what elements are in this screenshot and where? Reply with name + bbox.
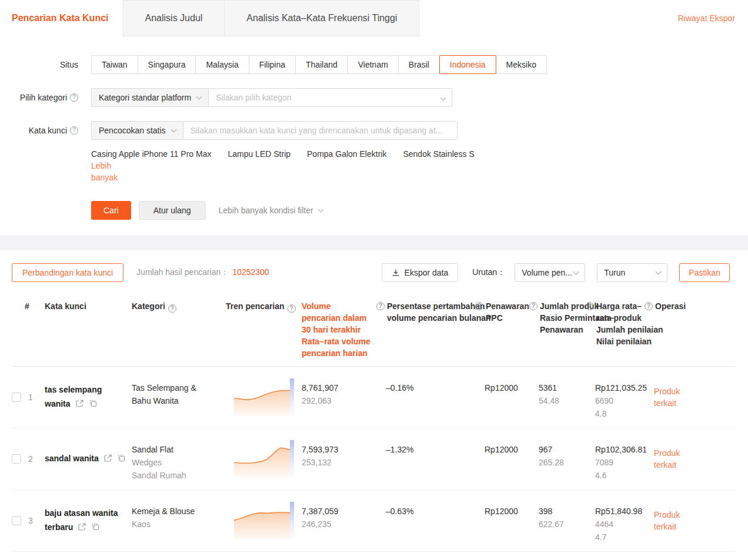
external-link-icon[interactable] [75, 398, 84, 412]
header-operations: Operasi [645, 300, 735, 312]
section-divider [0, 235, 748, 250]
site-button-brasil[interactable]: Brasil [398, 55, 440, 74]
category-cell: Kemeja & BlouseKaos [132, 490, 220, 551]
row-checkbox[interactable] [12, 516, 21, 525]
table-row: 1 tas selempang wanita Tas Selempang & B… [12, 367, 735, 428]
products-cell: 398 622.67 [529, 490, 586, 551]
results-count-info: Jumlah hasil pencarian：10252300 [136, 267, 269, 278]
rating-value: 4.7 [595, 531, 640, 544]
price-cell: Rp102,306.81 7089 4.6 [586, 428, 645, 489]
compare-copy-icon[interactable] [89, 398, 98, 412]
products-cell: 5361 54.48 [529, 367, 586, 428]
help-icon[interactable] [168, 304, 176, 313]
volume-30d-value: 7,593,973 [302, 443, 372, 456]
trend-sparkline [234, 378, 294, 416]
keyword-input[interactable] [183, 122, 457, 139]
external-link-icon[interactable] [103, 452, 112, 467]
more-filters-link[interactable]: Lebih banyak kondisi filter [219, 201, 323, 220]
site-button-thailand[interactable]: Thailand [295, 55, 348, 74]
growth-value: –0.63% [386, 505, 470, 518]
site-button-taiwan[interactable]: Taiwan [91, 55, 138, 74]
tab-group: Analisis Judul Analisis Kata–Kata Frekue… [123, 0, 420, 36]
external-link-icon[interactable] [78, 521, 86, 535]
confirm-button[interactable]: Pastikan [679, 263, 730, 282]
help-icon[interactable] [376, 302, 385, 310]
help-icon[interactable] [475, 302, 483, 310]
sort-field-select[interactable]: Volume pen... [515, 263, 585, 282]
row-checkbox[interactable] [12, 454, 21, 464]
sort-order-select[interactable]: Turun [597, 263, 667, 282]
ppc-cell: Rp12000 [475, 490, 529, 551]
export-history-link[interactable]: Riwayat Ekspor [678, 0, 748, 36]
tab-analisis-judul[interactable]: Analisis Judul [123, 0, 225, 36]
header-trend: Tren pencarian [220, 300, 302, 313]
site-label: Situs [12, 55, 78, 74]
help-icon[interactable] [70, 126, 78, 135]
suggestion-row: Casing Apple iPhone 11 Pro MaxLampu LED … [0, 148, 748, 183]
compare-copy-icon[interactable] [91, 521, 100, 535]
help-icon[interactable] [288, 304, 296, 313]
rating-value: 4.8 [595, 407, 640, 420]
category-row: Pilih kategori Kategori standar platform [0, 88, 748, 107]
top-tab-bar: Pencarian Kata Kunci Analisis Judul Anal… [0, 0, 748, 36]
review-count-value: 4464 [595, 518, 640, 531]
related-products-link[interactable]: Produk terkait [654, 509, 684, 532]
header-products: Jumlah produkRasio Permintaan–Penawaran [529, 300, 586, 336]
related-products-link[interactable]: Produk terkait [654, 385, 684, 409]
keyword-suggestion[interactable]: Pompa Galon Elektrik [307, 149, 386, 159]
table-row: 3 baju atasan wanita terbaru Kemeja & Bl… [12, 490, 735, 552]
volume-daily-value: 292,063 [302, 394, 372, 407]
category-line: Wedges [132, 456, 215, 469]
help-icon[interactable] [529, 302, 537, 310]
rating-value: 4.6 [595, 469, 640, 482]
site-button-meksiko[interactable]: Meksiko [496, 55, 547, 74]
growth-cell: –0.63% [376, 490, 475, 551]
tab-analisis-kata-frekuensi-tinggi[interactable]: Analisis Kata–Kata Frekuensi Tinggi [225, 0, 419, 36]
keyword-label: Kata kunci [12, 121, 78, 140]
compare-copy-icon[interactable] [117, 452, 126, 467]
site-button-singapura[interactable]: Singapura [138, 55, 196, 74]
results-toolbar: Perbandingan kata kunci Jumlah hasil pen… [0, 250, 748, 282]
help-icon[interactable] [70, 93, 78, 102]
header-growth: Persentase pertambahanvolume pencarian b… [376, 300, 475, 324]
category-line: Sandal Flat [132, 443, 215, 456]
keyword-suggestion[interactable]: Casing Apple iPhone 11 Pro Max [91, 149, 211, 159]
price-cell: Rp51,840.98 4464 4.7 [586, 490, 645, 551]
search-button[interactable]: Cari [91, 201, 131, 220]
category-input[interactable] [209, 89, 452, 106]
ppc-cell: Rp12000 [475, 552, 529, 560]
more-suggestions-link[interactable]: Lebih banyak [91, 160, 122, 183]
site-button-filipina[interactable]: Filipina [249, 55, 296, 74]
tab-pencarian-kata-kunci[interactable]: Pencarian Kata Kunci [0, 0, 123, 36]
row-index: 2 [25, 454, 36, 464]
keyword-compare-button[interactable]: Perbandingan kata kunci [12, 263, 123, 282]
keyword-suggestion[interactable]: Sendok Stainless S [403, 149, 474, 159]
search-filter-form: Situs TaiwanSingapuraMalaysiaFilipinaTha… [0, 36, 748, 235]
results-count-label: Jumlah hasil pencarian： [136, 267, 229, 277]
site-group: TaiwanSingapuraMalaysiaFilipinaThailandV… [91, 55, 547, 74]
ppc-cell: Rp12000 [475, 367, 529, 428]
site-button-vietnam[interactable]: Vietnam [348, 55, 399, 74]
results-count-value: 10252300 [232, 267, 269, 277]
keyword-combo: Pencocokan statis [91, 121, 458, 140]
export-data-button[interactable]: Ekspor data [382, 263, 459, 282]
keyword-cell: baju atasan wanita terbaru [45, 506, 127, 535]
category-cell: Sandal FlatWedgesSandal Rumah [132, 428, 220, 489]
volume-cell: 6,288,338 [302, 552, 376, 560]
form-actions: Cari Atur ulang Lebih banyak kondisi fil… [0, 201, 748, 220]
site-button-malaysia[interactable]: Malaysia [195, 55, 249, 74]
related-products-link[interactable]: Produk terkait [654, 447, 684, 471]
reset-button[interactable]: Atur ulang [139, 201, 206, 220]
keyword-cell: sandal wanita [45, 451, 127, 467]
row-checkbox[interactable] [12, 393, 21, 402]
help-icon[interactable] [586, 302, 594, 310]
match-type-select[interactable]: Pencocokan statis [91, 121, 183, 140]
help-icon[interactable] [645, 302, 653, 310]
keyword-suggestion[interactable]: Lampu LED Strip [228, 149, 290, 159]
site-button-indonesia[interactable]: Indonesia [439, 55, 496, 74]
trend-sparkline [234, 502, 294, 539]
sort-label: Urutan： [472, 267, 505, 278]
volume-cell: 7,593,973 253,132 [302, 428, 376, 489]
category-type-select[interactable]: Kategori standar platform [91, 88, 209, 107]
volume-daily-value: 246,235 [302, 518, 372, 531]
